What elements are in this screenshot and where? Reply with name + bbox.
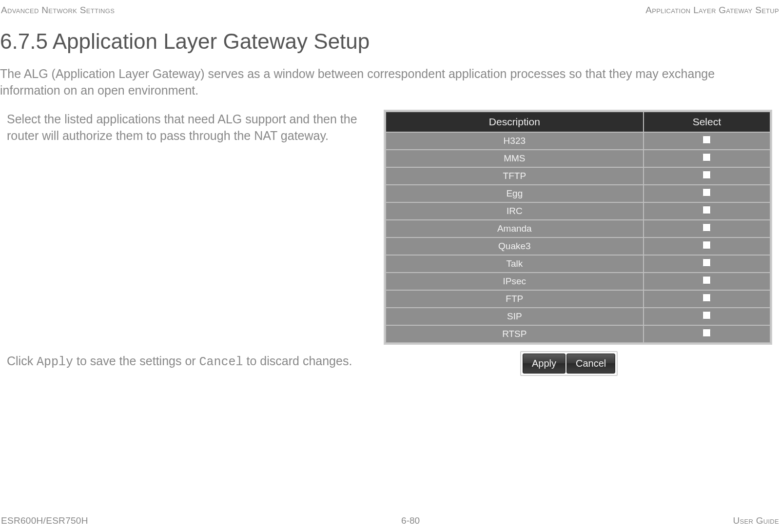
- table-row: IRC: [386, 202, 770, 220]
- table-row: SIP: [386, 308, 770, 325]
- column-header-select: Select: [644, 112, 770, 132]
- page-footer: ESR600H/ESR750H 6-80 User Guide: [0, 515, 780, 526]
- header-right: Application Layer Gateway Setup: [645, 5, 779, 16]
- header-left: Advanced Network Settings: [1, 5, 115, 16]
- table-row: H323: [386, 132, 770, 150]
- footer-page-number: 6-80: [401, 515, 420, 526]
- button-area: Apply Cancel: [520, 351, 618, 376]
- instruction-mid: to save the settings or: [73, 354, 199, 368]
- instruction-prefix: Click: [7, 354, 37, 368]
- page-title: 6.7.5 Application Layer Gateway Setup: [0, 29, 370, 54]
- table-row: Quake3: [386, 237, 770, 255]
- intro-text: The ALG (Application Layer Gateway) serv…: [0, 66, 775, 99]
- row-select-checkbox[interactable]: [702, 294, 711, 302]
- page-header: Advanced Network Settings Application La…: [0, 5, 780, 16]
- footer-guide: User Guide: [733, 515, 779, 526]
- row-select-checkbox[interactable]: [702, 276, 711, 284]
- apply-button[interactable]: Apply: [523, 354, 566, 374]
- table-row: Egg: [386, 185, 770, 202]
- row-desc: TFTP: [386, 167, 644, 185]
- cancel-literal: Cancel: [199, 355, 243, 369]
- row-desc: Talk: [386, 255, 644, 273]
- row-select-checkbox[interactable]: [702, 241, 711, 249]
- row-select-checkbox[interactable]: [702, 171, 711, 179]
- alg-table-wrap: Description Select H323 MMS TFTP Egg: [384, 110, 772, 345]
- instruction-select: Select the listed applications that need…: [7, 111, 358, 144]
- row-desc: SIP: [386, 308, 644, 325]
- column-header-description: Description: [386, 112, 644, 132]
- row-select-checkbox[interactable]: [702, 136, 711, 144]
- row-desc: FTP: [386, 290, 644, 308]
- cancel-button[interactable]: Cancel: [566, 354, 615, 374]
- row-desc: Egg: [386, 185, 644, 202]
- row-desc: Amanda: [386, 220, 644, 237]
- row-desc: IPsec: [386, 273, 644, 290]
- table-row: Amanda: [386, 220, 770, 237]
- row-select-checkbox[interactable]: [702, 311, 711, 319]
- table-row: IPsec: [386, 273, 770, 290]
- row-desc: Quake3: [386, 237, 644, 255]
- table-row: Talk: [386, 255, 770, 273]
- row-select-checkbox[interactable]: [702, 188, 711, 197]
- apply-literal: Apply: [37, 355, 73, 369]
- instruction-apply-cancel: Click Apply to save the settings or Canc…: [7, 353, 358, 371]
- table-row: RTSP: [386, 325, 770, 343]
- table-row: TFTP: [386, 167, 770, 185]
- row-select-checkbox[interactable]: [702, 223, 711, 232]
- instruction-suffix: to discard changes.: [243, 354, 352, 368]
- alg-table: Description Select H323 MMS TFTP Egg: [385, 111, 771, 343]
- row-select-checkbox[interactable]: [702, 329, 711, 337]
- row-select-checkbox[interactable]: [702, 153, 711, 161]
- table-row: FTP: [386, 290, 770, 308]
- row-desc: H323: [386, 132, 644, 150]
- row-select-checkbox[interactable]: [702, 258, 711, 267]
- row-desc: MMS: [386, 150, 644, 167]
- table-row: MMS: [386, 150, 770, 167]
- footer-model: ESR600H/ESR750H: [1, 515, 88, 526]
- row-desc: RTSP: [386, 325, 644, 343]
- row-select-checkbox[interactable]: [702, 206, 711, 214]
- row-desc: IRC: [386, 202, 644, 220]
